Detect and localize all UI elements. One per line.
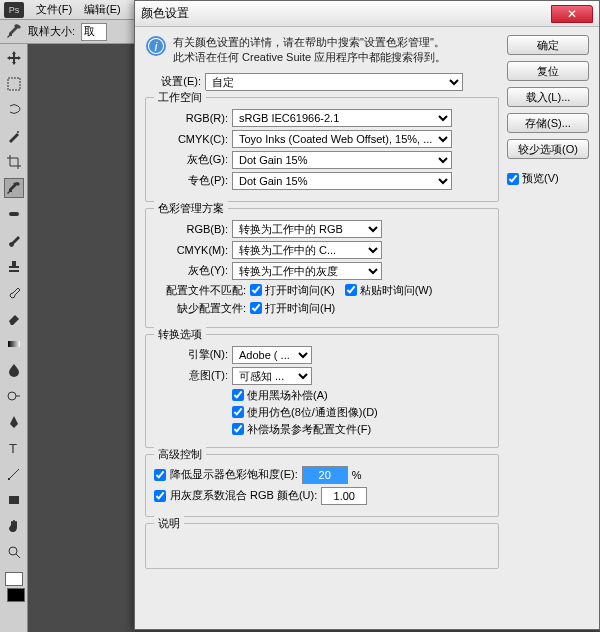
ask-paste-label: 粘贴时询问(W) xyxy=(360,283,433,298)
intent-dropdown[interactable]: 可感知 ... xyxy=(232,367,312,385)
menu-file[interactable]: 文件(F) xyxy=(30,0,78,19)
engine-label: 引擎(N): xyxy=(154,347,228,362)
svg-text:T: T xyxy=(9,441,17,455)
missing-label: 缺少配置文件: xyxy=(154,301,246,316)
blend-checkbox[interactable] xyxy=(154,490,166,502)
save-button[interactable]: 存储(S)... xyxy=(507,113,589,133)
sample-size-combo[interactable] xyxy=(81,23,107,41)
dither-label: 使用仿色(8位/通道图像)(D) xyxy=(247,405,378,420)
close-button[interactable]: ✕ xyxy=(551,5,593,23)
mismatch-label: 配置文件不匹配: xyxy=(154,283,246,298)
svg-rect-3 xyxy=(8,341,20,347)
black-point-label: 使用黑场补偿(A) xyxy=(247,388,328,403)
rgb-dropdown[interactable]: sRGB IEC61966-2.1 xyxy=(232,109,452,127)
eraser-tool-icon[interactable] xyxy=(4,308,24,328)
lasso-tool-icon[interactable] xyxy=(4,100,24,120)
crop-tool-icon[interactable] xyxy=(4,152,24,172)
policy-group: 色彩管理方案 RGB(B):转换为工作中的 RGB CMYK(M):转换为工作中… xyxy=(145,208,499,328)
zoom-tool-icon[interactable] xyxy=(4,542,24,562)
type-tool-icon[interactable]: T xyxy=(4,438,24,458)
cmyk-label: CMYK(C): xyxy=(154,133,228,145)
sample-size-label: 取样大小: xyxy=(28,24,75,39)
dodge-tool-icon[interactable] xyxy=(4,386,24,406)
info-text-1: 有关颜色设置的详情，请在帮助中搜索"设置色彩管理"。 xyxy=(173,35,446,50)
stamp-tool-icon[interactable] xyxy=(4,256,24,276)
cmyk-dropdown[interactable]: Toyo Inks (Coated Web Offset), 15%, ... xyxy=(232,130,452,148)
workspace-legend: 工作空间 xyxy=(154,90,206,105)
color-settings-dialog: 颜色设置 ✕ i 有关颜色设置的详情，请在帮助中搜索"设置色彩管理"。 此术语在… xyxy=(134,0,600,630)
reset-button[interactable]: 复位 xyxy=(507,61,589,81)
tools-sidebar: T xyxy=(0,44,28,632)
ok-button[interactable]: 确定 xyxy=(507,35,589,55)
dialog-titlebar: 颜色设置 ✕ xyxy=(135,1,599,27)
description-legend: 说明 xyxy=(154,516,184,531)
svg-rect-7 xyxy=(9,496,19,504)
healing-tool-icon[interactable] xyxy=(4,204,24,224)
description-group: 说明 xyxy=(145,523,499,569)
brush-tool-icon[interactable] xyxy=(4,230,24,250)
load-button[interactable]: 载入(L)... xyxy=(507,87,589,107)
gradient-tool-icon[interactable] xyxy=(4,334,24,354)
svg-rect-0 xyxy=(8,78,20,90)
eyedropper-tool-icon[interactable] xyxy=(4,178,24,198)
ask-paste-checkbox[interactable] xyxy=(345,284,357,296)
desat-label: 降低显示器色彩饱和度(E): xyxy=(170,467,298,482)
spot-dropdown[interactable]: Dot Gain 15% xyxy=(232,172,452,190)
blend-input[interactable] xyxy=(321,487,367,505)
ask-open2-label: 打开时询问(H) xyxy=(265,301,335,316)
preview-checkbox[interactable] xyxy=(507,173,519,185)
history-brush-icon[interactable] xyxy=(4,282,24,302)
menu-edit[interactable]: 编辑(E) xyxy=(78,0,127,19)
info-row: i 有关颜色设置的详情，请在帮助中搜索"设置色彩管理"。 此术语在任何 Crea… xyxy=(145,35,499,65)
info-text-2: 此术语在任何 Creative Suite 应用程序中都能搜索得到。 xyxy=(173,50,446,65)
scene-ref-checkbox[interactable] xyxy=(232,423,244,435)
gray-dropdown[interactable]: Dot Gain 15% xyxy=(232,151,452,169)
dither-checkbox[interactable] xyxy=(232,406,244,418)
rgb-label: RGB(R): xyxy=(154,112,228,124)
workspace-group: 工作空间 RGB(R):sRGB IEC61966-2.1 CMYK(C):To… xyxy=(145,97,499,202)
svg-rect-6 xyxy=(8,478,10,480)
hand-tool-icon[interactable] xyxy=(4,516,24,536)
policy-rgb-dropdown[interactable]: 转换为工作中的 RGB xyxy=(232,220,382,238)
policy-cmyk-dropdown[interactable]: 转换为工作中的 C... xyxy=(232,241,382,259)
info-icon: i xyxy=(145,35,167,57)
ask-open-label: 打开时询问(K) xyxy=(265,283,335,298)
svg-point-4 xyxy=(8,392,16,400)
settings-label: 设置(E): xyxy=(145,74,201,89)
policy-gray-dropdown[interactable]: 转换为工作中的灰度 xyxy=(232,262,382,280)
dialog-title: 颜色设置 xyxy=(141,5,551,22)
wand-tool-icon[interactable] xyxy=(4,126,24,146)
path-tool-icon[interactable] xyxy=(4,464,24,484)
policy-gray-label: 灰色(Y): xyxy=(154,263,228,278)
policy-rgb-label: RGB(B): xyxy=(154,223,228,235)
svg-point-8 xyxy=(9,547,17,555)
gray-label: 灰色(G): xyxy=(154,152,228,167)
settings-dropdown[interactable]: 自定 xyxy=(205,73,463,91)
ask-open-checkbox[interactable] xyxy=(250,284,262,296)
ask-open2-checkbox[interactable] xyxy=(250,302,262,314)
scene-ref-label: 补偿场景参考配置文件(F) xyxy=(247,422,371,437)
policy-cmyk-label: CMYK(M): xyxy=(154,244,228,256)
desat-checkbox[interactable] xyxy=(154,469,166,481)
desat-unit: % xyxy=(352,469,362,481)
foreground-swatch[interactable] xyxy=(5,572,23,586)
black-point-checkbox[interactable] xyxy=(232,389,244,401)
desat-input[interactable] xyxy=(302,466,348,484)
fewer-options-button[interactable]: 较少选项(O) xyxy=(507,139,589,159)
shape-tool-icon[interactable] xyxy=(4,490,24,510)
engine-dropdown[interactable]: Adobe ( ... xyxy=(232,346,312,364)
svg-rect-2 xyxy=(9,212,19,216)
app-logo: Ps xyxy=(4,2,24,18)
blur-tool-icon[interactable] xyxy=(4,360,24,380)
advanced-legend: 高级控制 xyxy=(154,447,206,462)
pen-tool-icon[interactable] xyxy=(4,412,24,432)
policy-legend: 色彩管理方案 xyxy=(154,201,228,216)
marquee-tool-icon[interactable] xyxy=(4,74,24,94)
move-tool-icon[interactable] xyxy=(4,48,24,68)
background-swatch[interactable] xyxy=(7,588,25,602)
convert-group: 转换选项 引擎(N):Adobe ( ... 意图(T):可感知 ... 使用黑… xyxy=(145,334,499,448)
eyedropper-icon xyxy=(6,24,22,40)
advanced-group: 高级控制 降低显示器色彩饱和度(E): % 用灰度系数混合 RGB 颜色(U): xyxy=(145,454,499,517)
svg-point-1 xyxy=(17,131,19,133)
intent-label: 意图(T): xyxy=(154,368,228,383)
